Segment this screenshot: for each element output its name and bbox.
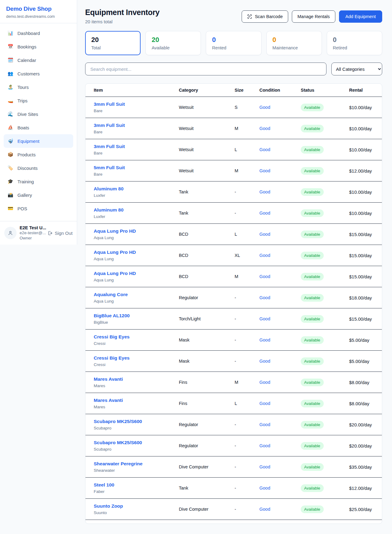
rental-price: $10.00/day [349,189,374,195]
condition-link[interactable]: Good [259,401,270,406]
sidebar-item[interactable]: 📸 Gallery [4,188,73,202]
scan-barcode-button[interactable]: Scan Barcode [242,10,288,23]
item-name-link[interactable]: Steel 100 [94,482,179,488]
item-cell: Scubapro MK25/S600 Scubapro [94,440,179,452]
item-name-link[interactable]: Aqualung Core [94,292,179,297]
column-header: Item [94,88,179,93]
condition-link[interactable]: Good [259,464,270,469]
status-cell: Available [301,463,349,471]
category-select[interactable]: All Categories [331,63,382,75]
sidebar-item[interactable]: 🏷️ Discounts [4,161,73,175]
condition-cell: Good [259,189,301,195]
condition-link[interactable]: Good [259,211,270,216]
nav-item-icon: 🗓️ [7,57,13,63]
add-equipment-button[interactable]: Add Equipment [339,10,382,23]
sidebar-item[interactable]: 💳 POS [4,202,73,215]
stat-card[interactable]: 20 Total [85,31,141,55]
item-name-link[interactable]: BigBlue AL1200 [94,313,179,318]
avatar [4,227,17,239]
item-brand: Shearwater [94,468,179,473]
item-name-link[interactable]: Cressi Big Eyes [94,355,179,361]
item-cell: Cressi Big Eyes Cressi [94,334,179,346]
item-brand: Aqua Lung [94,257,179,261]
condition-link[interactable]: Good [259,338,270,342]
item-name-link[interactable]: 5mm Full Suit [94,165,179,170]
size-cell: L [235,401,259,406]
sidebar-item[interactable]: 🗓️ Calendar [4,53,73,67]
item-name-link[interactable]: Aqua Lung Pro HD [94,271,179,276]
sidebar-item[interactable]: ⛵ Boats [4,121,73,134]
category-cell: BCD [179,274,235,279]
sidebar-item[interactable]: 📊 Dashboard [4,26,73,40]
item-brand: Faber [94,489,179,494]
condition-link[interactable]: Good [259,443,270,448]
category-cell: Dive Computer [179,464,235,469]
item-name-link[interactable]: 3mm Full Suit [94,144,179,149]
condition-cell: Good [259,422,301,427]
condition-link[interactable]: Good [259,168,270,173]
search-input[interactable] [85,63,326,75]
stat-card[interactable]: 20 Available [145,31,201,55]
sidebar-item[interactable]: 🌊 Dive Sites [4,107,73,121]
condition-link[interactable]: Good [259,232,270,237]
item-name-link[interactable]: Suunto Zoop [94,503,179,509]
item-name-link[interactable]: Cressi Big Eyes [94,334,179,340]
size-cell: M [235,380,259,385]
manage-rentals-button[interactable]: Manage Rentals [292,10,335,23]
item-cell: Mares Avanti Mares [94,398,179,409]
condition-link[interactable]: Good [259,316,270,321]
sidebar-item[interactable]: 👥 Customers [4,67,73,80]
column-header: Rental [349,88,374,93]
item-name-link[interactable]: Aluminum 80 [94,207,179,213]
status-cell: Available [301,294,349,302]
brand-name[interactable]: Demo Dive Shop [6,6,71,12]
stat-card[interactable]: 0 Maintenance [266,31,322,55]
condition-link[interactable]: Good [259,295,270,300]
condition-link[interactable]: Good [259,147,270,152]
item-name-link[interactable]: 3mm Full Suit [94,123,179,128]
stat-card[interactable]: 0 Retired [327,31,382,55]
condition-link[interactable]: Good [259,126,270,131]
item-name-link[interactable]: 3mm Full Suit [94,101,179,107]
sidebar-item[interactable]: 📅 Bookings [4,40,73,53]
table-row: 3mm Full Suit Bare Wetsuit M Good Availa… [85,118,382,139]
stat-card[interactable]: 0 Rented [206,31,261,55]
item-cell: 3mm Full Suit Bare [94,123,179,134]
item-name-link[interactable]: Mares Avanti [94,398,179,403]
sidebar-item[interactable]: 🤿 Equipment [4,134,73,148]
condition-link[interactable]: Good [259,486,270,490]
nav-item-icon: 💳 [7,206,13,211]
rental-price: $15.00/day [349,274,374,279]
item-name-link[interactable]: Aqua Lung Pro HD [94,228,179,234]
condition-link[interactable]: Good [259,253,270,258]
condition-cell: Good [259,316,301,322]
main-content: Equipment Inventory 20 items total Scan … [77,0,392,529]
item-name-link[interactable]: Shearwater Peregrine [94,461,179,467]
nav-item-icon: 📸 [7,192,13,198]
condition-link[interactable]: Good [259,422,270,427]
item-name-link[interactable]: Mares Avanti [94,376,179,382]
item-brand: Luxfer [94,193,179,198]
item-name-link[interactable]: Aqua Lung Pro HD [94,250,179,255]
sidebar-item[interactable]: 🚤 Trips [4,94,73,107]
sign-out-button[interactable]: Sign Out [47,231,73,236]
condition-link[interactable]: Good [259,274,270,279]
item-brand: BigBlue [94,320,179,325]
stat-label: Available [152,45,195,50]
sidebar-item[interactable]: 🏝️ Tours [4,80,73,94]
item-name-link[interactable]: Scubapro MK25/S600 [94,440,179,445]
rental-price: $15.00/day [349,253,374,258]
sidebar-item[interactable]: 🎓 Training [4,175,73,188]
header-actions: Scan Barcode Manage Rentals Add Equipmen… [242,10,382,23]
status-badge: Available [301,463,324,471]
nav-item-label: Tours [17,85,29,90]
sidebar-item[interactable]: 📦 Products [4,148,73,161]
condition-link[interactable]: Good [259,189,270,194]
condition-link[interactable]: Good [259,105,270,110]
item-name-link[interactable]: Aluminum 80 [94,186,179,192]
condition-link[interactable]: Good [259,507,270,512]
condition-link[interactable]: Good [259,359,270,364]
brand-domain: demo.test.divestreams.com [6,14,71,19]
condition-link[interactable]: Good [259,380,270,385]
item-name-link[interactable]: Scubapro MK25/S600 [94,419,179,424]
